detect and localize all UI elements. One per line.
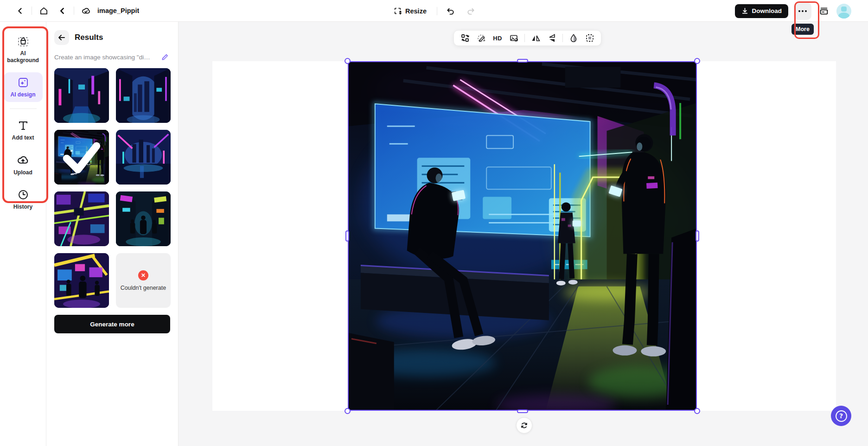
- result-thumbnail-5[interactable]: [54, 191, 109, 246]
- more-button[interactable]: [794, 2, 811, 20]
- frame-button[interactable]: [583, 32, 597, 45]
- result-thumbnail-4[interactable]: [116, 130, 171, 185]
- results-title: Results: [75, 33, 103, 42]
- restyle-button[interactable]: [458, 32, 472, 45]
- thumbnail-grid: ✕ Couldn't generate: [54, 68, 170, 308]
- question-mark-icon: ?: [836, 410, 847, 422]
- replace-image-button[interactable]: [507, 32, 521, 45]
- card-icon: [819, 6, 829, 16]
- sidebar-item-label: AI design: [6, 91, 40, 98]
- results-panel: Results Create an image showcasing "di…: [46, 22, 179, 446]
- result-thumbnail-failed: ✕ Couldn't generate: [116, 253, 171, 308]
- download-icon: [741, 7, 748, 14]
- arrow-left-icon: [57, 33, 66, 42]
- sidebar-item-label: Add text: [6, 134, 40, 141]
- generate-more-button[interactable]: Generate more: [54, 315, 170, 333]
- billing-button[interactable]: [817, 4, 831, 18]
- flip-horizontal-button[interactable]: [529, 32, 542, 45]
- back-button[interactable]: [13, 4, 27, 18]
- regenerate-button[interactable]: [516, 417, 532, 433]
- sidebar-item-label: AI background: [6, 50, 40, 64]
- hd-enhance-button[interactable]: HD: [491, 32, 504, 45]
- tool-sidebar: AI background AI design Add text Upload …: [0, 22, 46, 446]
- result-thumbnail-6[interactable]: [116, 191, 171, 246]
- replace-image-icon: [509, 33, 519, 43]
- resize-label: Resize: [405, 7, 427, 15]
- undo-button[interactable]: [444, 4, 458, 18]
- download-button[interactable]: Download: [735, 4, 789, 18]
- cloud-saved-icon: [79, 4, 93, 18]
- upload-icon: [17, 154, 29, 166]
- result-thumbnail-2[interactable]: [116, 68, 171, 123]
- pencil-icon: [161, 53, 169, 61]
- restyle-icon: [460, 33, 470, 43]
- regenerate-icon: [520, 421, 528, 429]
- ai-edit-button[interactable]: [474, 32, 488, 45]
- download-label: Download: [752, 7, 782, 14]
- sidebar-item-label: Upload: [6, 169, 40, 176]
- resize-icon: [394, 7, 402, 15]
- home-button[interactable]: [37, 4, 51, 18]
- flip-vertical-icon: [547, 33, 557, 43]
- edit-prompt-button[interactable]: [161, 52, 170, 62]
- frame-icon: [585, 33, 594, 43]
- failed-label: Couldn't generate: [121, 285, 166, 291]
- toolbar-divider: [524, 34, 525, 42]
- add-text-icon: [17, 120, 29, 132]
- sidebar-item-add-text[interactable]: Add text: [4, 115, 43, 145]
- sidebar-item-ai-background[interactable]: AI background: [4, 31, 43, 68]
- more-tooltip: More: [791, 24, 814, 35]
- resize-handle-bottom-left[interactable]: [345, 408, 351, 414]
- divider: [74, 6, 74, 15]
- undo-icon: [446, 6, 455, 15]
- resize-handle-top[interactable]: [517, 59, 528, 63]
- canvas-workspace[interactable]: HD: [179, 22, 868, 446]
- divider: [32, 6, 32, 15]
- divider: [437, 7, 437, 15]
- user-avatar[interactable]: [836, 4, 851, 19]
- ai-background-icon: [17, 35, 29, 47]
- ai-edit-icon: [477, 33, 486, 43]
- navigate-back-button[interactable]: [55, 4, 69, 18]
- result-thumbnail-1[interactable]: [54, 68, 109, 123]
- sidebar-item-ai-design[interactable]: AI design: [4, 72, 43, 102]
- chevron-left-icon: [16, 7, 24, 15]
- resize-handle-right[interactable]: [696, 230, 699, 242]
- selected-canvas-image[interactable]: [348, 61, 697, 411]
- help-button[interactable]: ?: [831, 406, 851, 426]
- redo-icon: [466, 6, 475, 15]
- opacity-icon: [569, 33, 578, 43]
- error-icon: ✕: [138, 270, 148, 280]
- chevron-left-icon: [58, 7, 66, 15]
- sidebar-item-upload[interactable]: Upload: [4, 150, 43, 180]
- resize-button[interactable]: Resize: [390, 4, 430, 18]
- history-icon: [17, 189, 29, 201]
- results-back-button[interactable]: [54, 30, 69, 45]
- ai-design-icon: [17, 76, 29, 89]
- prompt-text: Create an image showcasing "di…: [54, 54, 157, 61]
- document-title: image_Pippit_20: [97, 7, 139, 14]
- redo-button[interactable]: [464, 4, 478, 18]
- sidebar-item-history[interactable]: History: [4, 185, 43, 214]
- toolbar-divider: [562, 34, 563, 42]
- resize-handle-bottom-right[interactable]: [694, 408, 700, 414]
- result-thumbnail-7[interactable]: [54, 253, 109, 308]
- more-menu-wrapper: More: [794, 2, 811, 20]
- resize-handle-top-right[interactable]: [694, 58, 700, 64]
- result-thumbnail-3-selected[interactable]: [54, 130, 109, 185]
- flip-horizontal-icon: [531, 33, 541, 43]
- resize-handle-bottom[interactable]: [517, 409, 528, 413]
- top-header: image_Pippit_20 Resize Download More: [0, 0, 868, 22]
- opacity-button[interactable]: [567, 32, 581, 45]
- flip-vertical-button[interactable]: [545, 32, 559, 45]
- sidebar-divider: [10, 108, 37, 109]
- resize-handle-top-left[interactable]: [345, 58, 351, 64]
- sidebar-item-label: History: [6, 204, 40, 210]
- image-toolbar: HD: [453, 30, 601, 46]
- home-icon: [39, 6, 48, 15]
- resize-handle-left[interactable]: [345, 230, 349, 242]
